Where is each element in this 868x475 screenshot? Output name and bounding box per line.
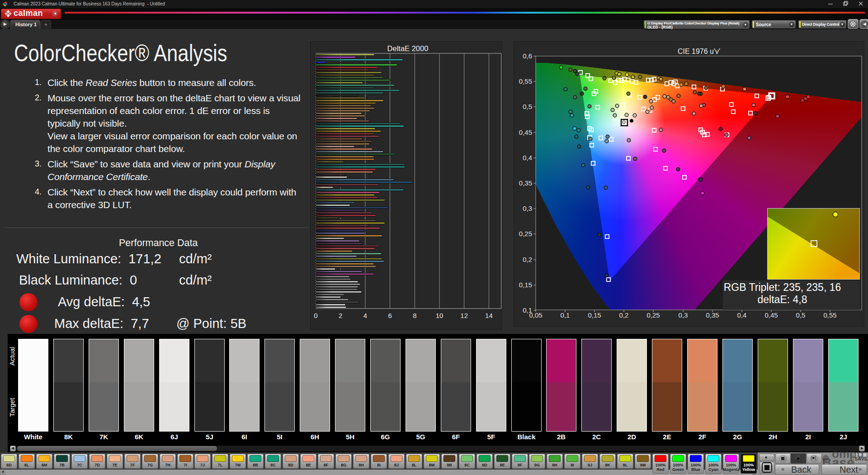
svg-text:0,25: 0,25 xyxy=(646,311,660,319)
svg-text:0,4: 0,4 xyxy=(737,311,747,319)
svg-text:4: 4 xyxy=(363,312,367,319)
svg-text:2: 2 xyxy=(339,312,342,319)
svg-text:0,5: 0,5 xyxy=(523,103,532,110)
svg-text:12: 12 xyxy=(460,312,468,319)
svg-text:0,5: 0,5 xyxy=(796,311,806,319)
svg-text:14: 14 xyxy=(485,312,493,319)
svg-text:DeltaE 2000: DeltaE 2000 xyxy=(387,44,429,52)
svg-text:6: 6 xyxy=(388,312,392,319)
svg-text:CIE 1976 u'v': CIE 1976 u'v' xyxy=(678,48,720,55)
svg-text:0,6: 0,6 xyxy=(523,52,532,60)
svg-text:0,15: 0,15 xyxy=(519,281,532,289)
svg-text:0: 0 xyxy=(314,312,317,319)
svg-text:0,2: 0,2 xyxy=(619,311,629,319)
svg-text:0,45: 0,45 xyxy=(764,311,778,319)
svg-text:0,55: 0,55 xyxy=(823,311,836,319)
svg-text:0,25: 0,25 xyxy=(519,230,532,238)
svg-text:0,3: 0,3 xyxy=(523,204,532,212)
svg-text:0,3: 0,3 xyxy=(679,311,688,319)
svg-text:0,15: 0,15 xyxy=(588,311,601,319)
svg-text:0,55: 0,55 xyxy=(519,77,532,85)
svg-text:0,35: 0,35 xyxy=(706,311,719,319)
svg-text:0,35: 0,35 xyxy=(519,179,532,187)
svg-text:10: 10 xyxy=(436,312,443,319)
svg-text:0,45: 0,45 xyxy=(519,128,532,136)
svg-text:8: 8 xyxy=(413,312,416,319)
svg-text:0,2: 0,2 xyxy=(523,256,532,263)
svg-text:0,1: 0,1 xyxy=(561,311,570,319)
svg-text:0,1: 0,1 xyxy=(523,306,532,314)
svg-text:0,4: 0,4 xyxy=(523,154,532,162)
